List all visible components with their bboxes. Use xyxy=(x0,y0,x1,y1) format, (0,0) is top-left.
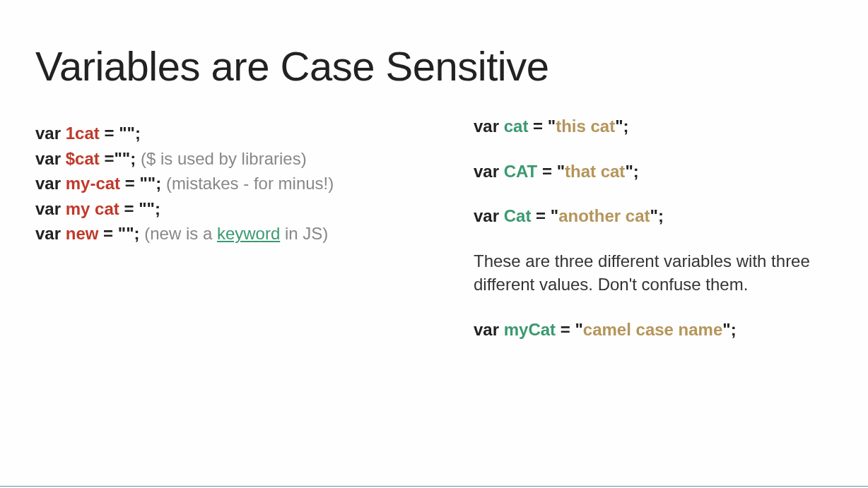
code-line: var new = ""; (new is a keyword in JS) xyxy=(35,222,431,246)
code-line: var my cat = ""; xyxy=(35,197,431,221)
var-keyword: var xyxy=(35,149,61,168)
code-comment: ($ is used by libraries) xyxy=(136,149,306,168)
good-variable-name: cat xyxy=(504,117,529,136)
bad-variable-name: new xyxy=(66,224,99,243)
code-line: var Cat = "another cat"; xyxy=(474,204,833,228)
code-punct: = xyxy=(119,199,139,218)
code-punct: ; xyxy=(134,224,140,243)
code-line: var cat = "this cat"; xyxy=(474,114,833,138)
right-column: var cat = "this cat"; var CAT = "that ca… xyxy=(474,114,833,363)
code-line: var CAT = "that cat"; xyxy=(474,160,833,184)
left-column: var 1cat = ""; var $cat =""; ($ is used … xyxy=(35,121,431,363)
var-keyword: var xyxy=(35,174,61,193)
code-punct: = xyxy=(528,117,547,136)
quote: " xyxy=(650,206,658,225)
bad-variable-name: my-cat xyxy=(66,174,120,193)
code-comment: (new is a xyxy=(140,224,217,243)
code-string: "" xyxy=(118,224,134,243)
keyword-link[interactable]: keyword xyxy=(217,224,280,243)
bottom-border xyxy=(0,486,868,487)
explanation-text: These are three different variables with… xyxy=(474,249,833,297)
code-punct: ; xyxy=(155,199,160,218)
var-keyword: var xyxy=(474,206,499,225)
var-keyword: var xyxy=(35,199,61,218)
code-string: "" xyxy=(119,124,135,143)
code-punct: = xyxy=(537,162,556,181)
code-punct: = xyxy=(98,224,117,243)
code-punct: = xyxy=(556,320,575,339)
var-keyword: var xyxy=(35,124,61,143)
quote: " xyxy=(722,320,730,339)
good-variable-name: myCat xyxy=(504,320,556,339)
var-keyword: var xyxy=(474,117,499,136)
bad-variable-name: 1cat xyxy=(66,124,100,143)
code-line: var 1cat = ""; xyxy=(35,121,431,145)
var-keyword: var xyxy=(35,224,61,243)
quote: " xyxy=(615,117,623,136)
code-punct: ; xyxy=(658,206,664,225)
quote: " xyxy=(625,162,633,181)
code-string: "" xyxy=(139,174,156,193)
code-punct: ; xyxy=(731,320,737,339)
good-variable-name: CAT xyxy=(504,162,538,181)
code-punct: = xyxy=(120,174,139,193)
code-punct: ; xyxy=(623,117,629,136)
content-columns: var 1cat = ""; var $cat =""; ($ is used … xyxy=(35,121,833,363)
string-value: camel case name xyxy=(583,320,722,339)
var-keyword: var xyxy=(474,320,499,339)
code-punct: = xyxy=(531,206,550,225)
bad-variable-name: my cat xyxy=(66,199,119,218)
string-value: another cat xyxy=(558,206,650,225)
var-keyword: var xyxy=(474,162,499,181)
quote: " xyxy=(557,162,565,181)
quote: " xyxy=(548,117,556,136)
quote: " xyxy=(551,206,558,225)
code-string: "" xyxy=(139,199,155,218)
code-comment: (mistakes - for minus!) xyxy=(161,174,334,193)
slide-title: Variables are Case Sensitive xyxy=(35,42,833,90)
code-line: var $cat =""; ($ is used by libraries) xyxy=(35,147,431,171)
code-punct: = xyxy=(100,124,119,143)
code-punct: = xyxy=(100,149,115,168)
string-value: that cat xyxy=(565,162,625,181)
string-value: this cat xyxy=(556,117,615,136)
code-punct: ; xyxy=(135,124,141,143)
code-string: "" xyxy=(114,149,130,168)
code-line: var my-cat = ""; (mistakes - for minus!) xyxy=(35,172,431,196)
bad-variable-name: $cat xyxy=(66,149,100,168)
quote: " xyxy=(575,320,582,339)
good-variable-name: Cat xyxy=(504,206,532,225)
code-line: var myCat = "camel case name"; xyxy=(474,318,833,342)
code-punct: ; xyxy=(633,162,639,181)
code-comment: in JS) xyxy=(280,224,328,243)
